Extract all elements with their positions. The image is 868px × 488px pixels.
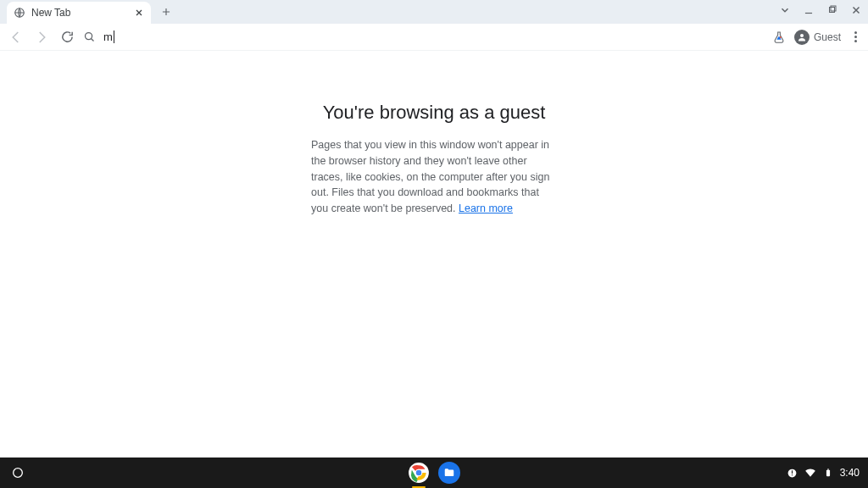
files-app-icon[interactable] [438,462,460,484]
page-title: You're browsing as a guest [323,102,546,124]
close-window-icon[interactable] [849,3,863,17]
chrome-app-icon[interactable] [408,462,430,484]
battery-icon [822,467,834,479]
nav-buttons [5,26,78,48]
toolbar-right: Guest [772,28,863,46]
tab-title: New Tab [31,7,134,19]
avatar-icon [794,30,810,45]
back-button[interactable] [5,26,27,48]
text-cursor [114,30,114,43]
svg-rect-12 [792,474,793,475]
forward-button[interactable] [31,26,53,48]
svg-rect-2 [831,6,836,11]
globe-icon [14,7,25,19]
minimize-window-icon[interactable] [802,3,815,17]
labs-icon[interactable] [772,30,786,44]
shelf: 3:40 [0,458,868,488]
window-controls [778,3,863,17]
omnibox-text: m [103,30,113,43]
svg-point-3 [86,32,92,39]
search-icon [83,30,97,44]
svg-point-4 [780,36,782,38]
clock: 3:40 [840,467,860,479]
guest-page: You're browsing as a guest Pages that yo… [0,51,868,217]
status-tray[interactable]: 3:40 [787,467,868,479]
browser-tab[interactable]: New Tab [7,2,151,24]
new-tab-button[interactable] [156,2,176,22]
profile-label: Guest [814,31,841,43]
tab-strip: New Tab [0,0,868,24]
svg-point-5 [800,34,804,37]
reload-button[interactable] [56,26,78,48]
guest-description: Pages that you view in this window won't… [311,137,557,217]
address-bar[interactable]: m [83,26,772,48]
profile-chip[interactable]: Guest [794,30,841,45]
maximize-window-icon[interactable] [826,3,839,17]
svg-rect-11 [792,470,793,474]
close-tab-icon[interactable] [134,8,144,18]
launcher-button[interactable] [5,460,31,485]
browser-toolbar: m Guest [0,24,868,51]
notification-icon [787,467,798,479]
svg-rect-14 [827,469,829,469]
learn-more-link[interactable]: Learn more [459,202,513,214]
shelf-apps [408,462,460,484]
svg-rect-13 [826,470,830,477]
svg-point-6 [14,469,23,478]
wifi-icon [804,467,816,479]
svg-rect-1 [830,8,835,13]
browser-menu-button[interactable] [849,28,861,46]
tablist-dropdown-icon[interactable] [778,3,792,17]
